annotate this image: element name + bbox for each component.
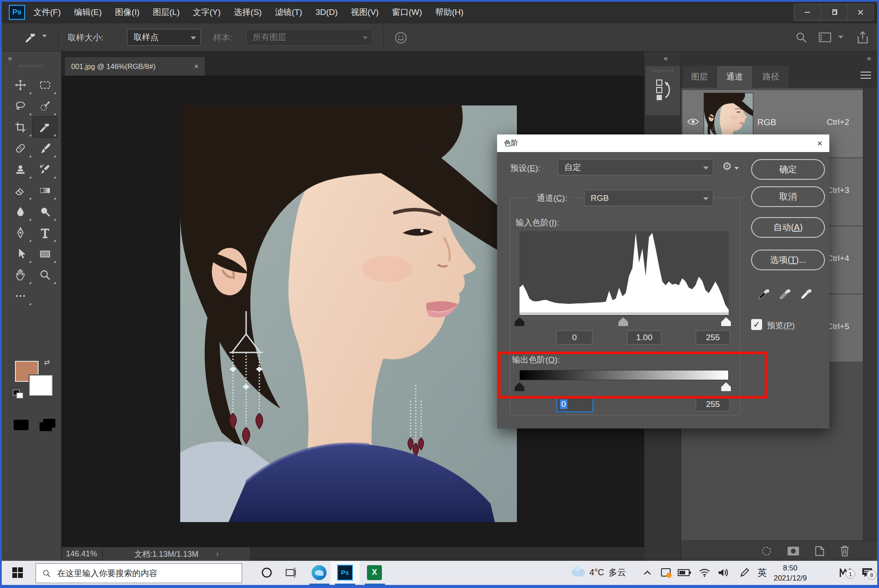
chevron-down-icon[interactable] <box>734 167 739 170</box>
tool-pen[interactable] <box>8 222 33 243</box>
new-channel-icon[interactable] <box>814 545 825 557</box>
collapse-panel-icon[interactable]: « <box>8 54 12 63</box>
current-tool-eyedropper-icon[interactable] <box>25 31 37 44</box>
output-highlight-field[interactable]: 255 <box>696 397 730 411</box>
tool-preset-chevron-icon[interactable] <box>42 35 47 37</box>
search-icon[interactable] <box>795 31 807 44</box>
weather-icon[interactable] <box>570 561 586 584</box>
background-swatch[interactable] <box>29 375 53 396</box>
edge-button[interactable] <box>308 561 331 584</box>
tool-eyedropper[interactable] <box>33 116 57 138</box>
input-shadow-field[interactable]: 0 <box>556 330 592 345</box>
tab-paths[interactable]: 路径 <box>753 66 789 88</box>
tab-layers[interactable]: 图层 <box>683 66 717 88</box>
task-view-button[interactable] <box>281 561 301 584</box>
history-panel-button[interactable] <box>646 66 680 115</box>
workspace-icon[interactable] <box>818 31 832 44</box>
gray-point-eyedropper-icon[interactable] <box>778 285 793 301</box>
battery-icon[interactable] <box>676 561 693 584</box>
save-mask-icon[interactable] <box>787 546 800 556</box>
photo-image[interactable] <box>180 105 517 522</box>
output-shadow-field[interactable]: 0 <box>556 396 593 412</box>
share-icon[interactable] <box>856 30 869 44</box>
menu-item-2[interactable]: 图像(I) <box>115 7 140 18</box>
auto-button[interactable]: 自动(A) <box>751 217 825 238</box>
document-tab[interactable]: 001.jpg @ 146%(RGB/8#) × <box>65 57 205 76</box>
menu-item-8[interactable]: 视图(V) <box>351 7 378 18</box>
tool-marquee[interactable] <box>33 74 57 95</box>
menu-item-3[interactable]: 图层(L) <box>153 7 180 18</box>
delete-trash-icon[interactable] <box>839 545 850 557</box>
dialog-title-bar[interactable]: 色阶 × <box>497 134 829 152</box>
ok-button[interactable]: 确定 <box>751 159 825 180</box>
menu-item-1[interactable]: 编辑(E) <box>74 7 102 18</box>
tool-gradient[interactable] <box>33 180 57 201</box>
tool-ellipsis[interactable] <box>8 285 33 306</box>
quick-mask-icon[interactable] <box>12 418 30 432</box>
photoshop-taskbar-button[interactable]: Ps <box>331 561 360 584</box>
panel-grip[interactable] <box>19 65 44 67</box>
preview-checkbox[interactable]: ✓ <box>751 319 762 330</box>
tool-zoom[interactable] <box>33 264 57 285</box>
smiley-icon[interactable] <box>394 31 407 44</box>
menu-item-4[interactable]: 文字(Y) <box>193 7 221 18</box>
mail-tray-icon[interactable]: 1 <box>835 561 856 584</box>
expand-panel-icon[interactable]: » <box>867 54 871 63</box>
menu-item-7[interactable]: 3D(D) <box>316 7 338 17</box>
tool-shape[interactable] <box>33 243 57 264</box>
tool-blur[interactable] <box>8 201 33 222</box>
clock[interactable]: 8:50 2021/12/9 <box>770 563 810 583</box>
tab-channels[interactable]: 通道 <box>717 66 753 88</box>
swap-colors-icon[interactable]: ⇄ <box>44 358 50 367</box>
menu-item-6[interactable]: 滤镜(T) <box>275 7 302 18</box>
minimize-button[interactable] <box>794 4 821 20</box>
notification-center-icon[interactable]: 8 <box>857 561 877 584</box>
pen-tray-icon[interactable] <box>737 561 752 584</box>
tool-move[interactable] <box>8 74 33 95</box>
preset-options-gear-icon[interactable]: ⚙ <box>722 160 732 173</box>
default-colors-icon[interactable] <box>12 389 24 401</box>
status-more-icon[interactable]: › <box>216 549 219 559</box>
menu-item-10[interactable]: 帮助(H) <box>435 7 463 18</box>
zoom-level-field[interactable]: 146.41% <box>62 547 103 561</box>
tool-path-select[interactable] <box>8 243 33 264</box>
tool-quick-select[interactable] <box>33 95 57 116</box>
menu-item-5[interactable]: 选择(S) <box>234 7 262 18</box>
sample-size-select[interactable]: 取样点 <box>127 29 201 46</box>
wifi-icon[interactable] <box>696 561 713 584</box>
restore-button[interactable] <box>821 4 847 20</box>
tool-history-brush[interactable] <box>33 159 57 180</box>
cortana-button[interactable] <box>257 561 276 584</box>
close-button[interactable] <box>847 4 873 20</box>
excel-taskbar-button[interactable]: X <box>363 561 386 584</box>
input-midtone-field[interactable]: 1.00 <box>627 330 661 345</box>
options-button[interactable]: 选项(T)... <box>751 250 825 270</box>
panel-menu-icon[interactable] <box>861 72 871 79</box>
tab-close-icon[interactable]: × <box>194 62 199 71</box>
screen-mode-icon[interactable] <box>38 417 57 433</box>
tool-crop[interactable] <box>8 116 33 138</box>
dialog-close-icon[interactable]: × <box>817 138 822 149</box>
cancel-button[interactable]: 取消 <box>751 186 825 207</box>
menu-item-0[interactable]: 文件(F) <box>33 7 61 18</box>
input-highlight-field[interactable]: 255 <box>696 330 730 345</box>
taskbar-search-input[interactable]: 在这里输入你要搜索的内容 <box>36 563 242 583</box>
channel-select[interactable]: RGB <box>584 190 713 206</box>
tool-hand[interactable] <box>8 264 33 285</box>
tool-stamp[interactable] <box>8 159 33 180</box>
collapse-panel-icon[interactable]: « <box>664 54 668 63</box>
visibility-eye-icon[interactable] <box>687 117 699 126</box>
tool-brush[interactable] <box>33 138 57 159</box>
start-button[interactable] <box>8 561 27 584</box>
tool-eraser[interactable] <box>8 180 33 201</box>
menu-item-9[interactable]: 窗口(W) <box>392 7 422 18</box>
tool-healing[interactable] <box>8 138 33 159</box>
preset-select[interactable]: 自定 <box>558 159 713 175</box>
tool-lasso[interactable] <box>8 95 33 116</box>
tool-dodge[interactable] <box>33 201 57 222</box>
weather-info[interactable]: 4°C 多云 <box>589 561 626 584</box>
tool-type[interactable] <box>33 222 57 243</box>
ime-indicator[interactable]: 英 <box>754 561 770 584</box>
load-selection-icon[interactable] <box>760 545 773 557</box>
white-point-eyedropper-icon[interactable] <box>799 285 814 301</box>
